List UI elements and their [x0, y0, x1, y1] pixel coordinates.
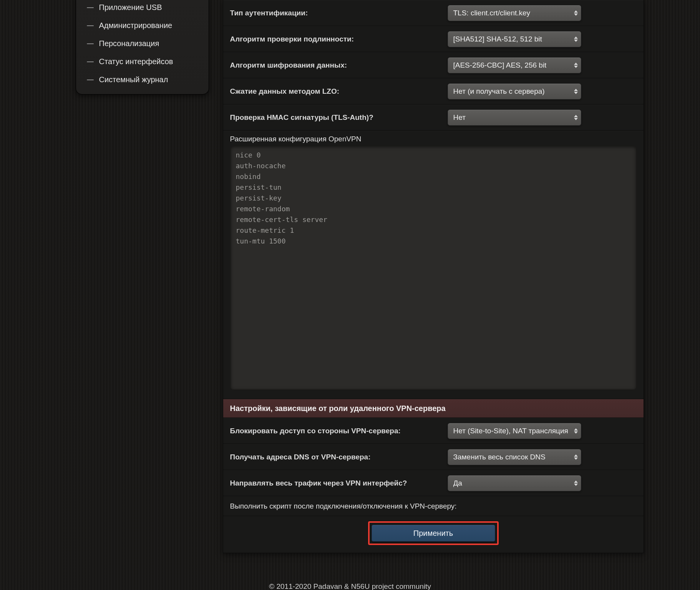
sidebar-item-label: Статус интерфейсов	[99, 57, 173, 66]
dash-icon	[87, 25, 94, 26]
label-post-script: Выполнить скрипт после подключения/отклю…	[223, 496, 644, 516]
select-value: Заменить весь список DNS	[453, 453, 546, 461]
svg-marker-11	[574, 431, 578, 434]
label-cipher: Алгоритм шифрования данных:	[223, 52, 441, 78]
textarea-openvpn-config[interactable]	[230, 146, 637, 390]
section-header-remote-role: Настройки, зависящие от роли удаленного …	[223, 399, 644, 418]
updown-icon	[574, 115, 578, 120]
svg-marker-8	[574, 115, 578, 117]
sidebar-item-personalization[interactable]: Персонализация	[76, 35, 209, 53]
dash-icon	[87, 7, 94, 8]
dash-icon	[87, 43, 94, 44]
svg-marker-4	[574, 63, 578, 65]
svg-marker-12	[574, 454, 578, 457]
updown-icon	[574, 89, 578, 94]
select-value: Нет (и получать с сервера)	[453, 87, 545, 96]
svg-marker-6	[574, 89, 578, 91]
sidebar-item-system-log[interactable]: Системный журнал	[76, 71, 209, 89]
sidebar-item-administration[interactable]: Администрирование	[76, 17, 209, 35]
apply-button[interactable]: Применить	[372, 525, 495, 542]
select-block-vpn-server[interactable]: Нет (Site-to-Site), NAT трансляция	[448, 423, 581, 439]
select-route-all[interactable]: Да	[448, 475, 581, 491]
select-lzo[interactable]: Нет (и получать с сервера)	[448, 83, 581, 99]
svg-marker-7	[574, 92, 578, 94]
select-value: Нет (Site-to-Site), NAT трансляция	[453, 427, 568, 435]
select-value: TLS: client.crt/client.key	[453, 9, 531, 17]
sidebar: Приложение USB Администрирование Персона…	[76, 0, 209, 94]
sidebar-item-label: Администрирование	[99, 21, 173, 30]
footer: © 2011-2020 Padavan & N56U project commu…	[252, 581, 448, 590]
sidebar-item-interface-status[interactable]: Статус интерфейсов	[76, 53, 209, 71]
label-digest: Алгоритм проверки подлинности:	[223, 26, 441, 52]
select-dns-from-vpn[interactable]: Заменить весь список DNS	[448, 449, 581, 465]
updown-icon	[574, 63, 578, 68]
dash-icon	[87, 80, 94, 80]
sidebar-item-usb-app[interactable]: Приложение USB	[76, 0, 209, 17]
apply-button-label: Применить	[413, 529, 453, 538]
label-lzo: Сжатие данных методом LZO:	[223, 78, 441, 104]
select-value: [SHA512] SHA-512, 512 bit	[453, 35, 542, 43]
select-value: Да	[453, 479, 462, 487]
updown-icon	[574, 36, 578, 42]
dash-icon	[87, 61, 94, 62]
footer-line-1: © 2011-2020 Padavan & N56U project commu…	[252, 581, 448, 590]
svg-marker-13	[574, 457, 578, 460]
updown-icon	[574, 454, 578, 460]
sidebar-item-label: Системный журнал	[99, 75, 168, 84]
sidebar-item-label: Персонализация	[99, 39, 159, 48]
svg-marker-2	[574, 36, 578, 39]
svg-marker-14	[574, 481, 578, 483]
svg-marker-15	[574, 484, 578, 486]
select-cipher[interactable]: [AES-256-CBC] AES, 256 bit	[448, 57, 581, 73]
label-openvpn-config: Расширенная конфигурация OpenVPN	[223, 131, 644, 146]
updown-icon	[574, 481, 578, 486]
select-auth-type[interactable]: TLS: client.crt/client.key	[448, 5, 581, 21]
label-route-all: Направлять весь трафик через VPN интерфе…	[223, 470, 441, 496]
label-auth-type: Тип аутентификации:	[223, 0, 441, 26]
svg-marker-10	[574, 428, 578, 431]
svg-marker-0	[574, 10, 578, 13]
sidebar-item-label: Приложение USB	[99, 3, 162, 12]
label-dns-from-vpn: Получать адреса DNS от VPN-сервера:	[223, 444, 441, 470]
select-value: [AES-256-CBC] AES, 256 bit	[453, 61, 547, 70]
select-value: Нет	[453, 113, 466, 122]
apply-highlight: Применить	[368, 521, 499, 545]
svg-marker-3	[574, 40, 578, 42]
select-hmac[interactable]: Нет	[448, 109, 581, 126]
updown-icon	[574, 428, 578, 434]
label-block-vpn-server: Блокировать доступ со стороны VPN-сервер…	[223, 418, 441, 444]
select-digest[interactable]: [SHA512] SHA-512, 512 bit	[448, 31, 581, 47]
svg-marker-1	[574, 13, 578, 16]
updown-icon	[574, 10, 578, 16]
label-hmac: Проверка HMAC сигнатуры (TLS-Auth)?	[223, 104, 441, 131]
main-panel: Тип аутентификации: TLS: client.crt/clie…	[223, 0, 644, 553]
svg-marker-9	[574, 118, 578, 120]
svg-marker-5	[574, 66, 578, 68]
